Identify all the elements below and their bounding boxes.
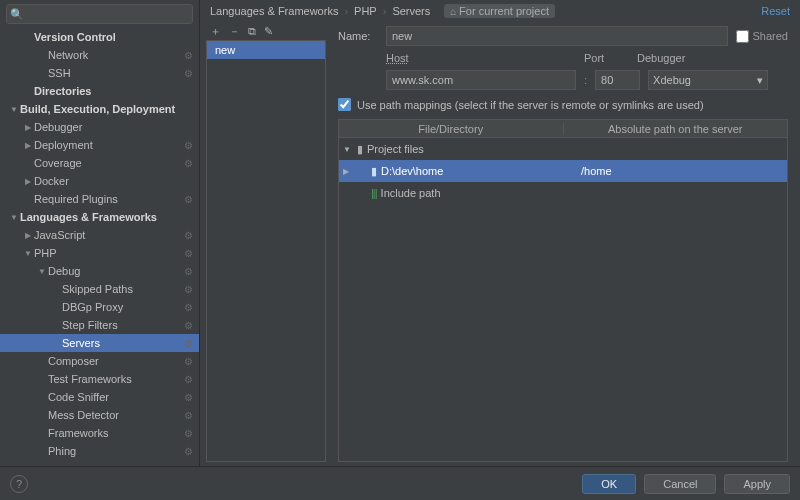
table-row[interactable]: |||Include path <box>339 182 787 204</box>
path-label: D:\dev\home <box>381 165 443 177</box>
tree-item-label: Directories <box>34 85 193 97</box>
tree-item[interactable]: ▶Docker <box>0 172 199 190</box>
col-file-directory[interactable]: File/Directory <box>339 123 564 135</box>
import-icon[interactable]: ✎ <box>264 25 273 38</box>
tree-item-label: JavaScript <box>34 229 184 241</box>
tree-item[interactable]: DBGp Proxy⚙ <box>0 298 199 316</box>
gear-icon: ⚙ <box>184 194 193 205</box>
gear-icon: ⚙ <box>184 356 193 367</box>
expand-arrow-icon: ▼ <box>8 213 20 222</box>
tree-item-label: Debug <box>48 265 184 277</box>
host-label: Host <box>386 52 576 64</box>
port-input[interactable] <box>595 70 640 90</box>
cancel-button[interactable]: Cancel <box>644 474 716 494</box>
tree-item-label: Test Frameworks <box>48 373 184 385</box>
tree-item[interactable]: ▶JavaScript⚙ <box>0 226 199 244</box>
tree-item[interactable]: ▼Debug⚙ <box>0 262 199 280</box>
use-mappings-checkbox[interactable]: Use path mappings (select if the server … <box>338 96 788 113</box>
debugger-label: Debugger <box>637 52 685 64</box>
gear-icon: ⚙ <box>184 50 193 61</box>
tree-item[interactable]: ▼Languages & Frameworks <box>0 208 199 226</box>
tree-item-label: Composer <box>48 355 184 367</box>
gear-icon: ⚙ <box>184 248 193 259</box>
path-label: Include path <box>381 187 441 199</box>
gear-icon: ⚙ <box>184 266 193 277</box>
tree-item[interactable]: ▶Debugger <box>0 118 199 136</box>
tree-item-label: Required Plugins <box>34 193 184 205</box>
gear-icon: ⚙ <box>184 446 193 457</box>
help-button[interactable]: ? <box>10 475 28 493</box>
gear-icon: ⚙ <box>184 338 193 349</box>
settings-tree[interactable]: Version ControlNetwork⚙SSH⚙Directories▼B… <box>0 28 199 466</box>
tree-item[interactable]: Test Frameworks⚙ <box>0 370 199 388</box>
tree-item-label: Docker <box>34 175 193 187</box>
expand-arrow-icon: ▼ <box>343 145 353 154</box>
tree-item[interactable]: ▶Deployment⚙ <box>0 136 199 154</box>
col-absolute-path[interactable]: Absolute path on the server <box>564 123 788 135</box>
debugger-select[interactable]: Xdebug ▾ <box>648 70 768 90</box>
expand-arrow-icon: ▼ <box>22 249 34 258</box>
expand-arrow-icon: ▼ <box>8 105 20 114</box>
expand-arrow-icon: ▶ <box>22 231 34 240</box>
crumb-php[interactable]: PHP <box>354 5 377 17</box>
host-input[interactable] <box>386 70 576 90</box>
ok-button[interactable]: OK <box>582 474 636 494</box>
remote-path[interactable]: /home <box>581 165 787 177</box>
tree-item[interactable]: Frameworks⚙ <box>0 424 199 442</box>
expand-arrow-icon: ▶ <box>22 123 34 132</box>
name-label: Name: <box>338 30 378 42</box>
tree-item[interactable]: ▼PHP⚙ <box>0 244 199 262</box>
tree-item[interactable]: Version Control <box>0 28 199 46</box>
gear-icon: ⚙ <box>184 284 193 295</box>
path-label: Project files <box>367 143 424 155</box>
port-label: Port <box>584 52 629 64</box>
tree-item-label: PHP <box>34 247 184 259</box>
add-icon[interactable]: ＋ <box>210 24 221 39</box>
reset-link[interactable]: Reset <box>761 5 790 17</box>
tree-item-label: Deployment <box>34 139 184 151</box>
copy-icon[interactable]: ⧉ <box>248 25 256 38</box>
tree-item[interactable]: ▼Build, Execution, Deployment <box>0 100 199 118</box>
name-input[interactable] <box>386 26 728 46</box>
tree-item[interactable]: Network⚙ <box>0 46 199 64</box>
tree-item-label: Frameworks <box>48 427 184 439</box>
tree-item[interactable]: Directories <box>0 82 199 100</box>
colon: : <box>584 74 587 86</box>
gear-icon: ⚙ <box>184 230 193 241</box>
remove-icon[interactable]: － <box>229 24 240 39</box>
chevron-right-icon: › <box>344 5 348 17</box>
table-row[interactable]: ▶▮D:\dev\home/home <box>339 160 787 182</box>
apply-button[interactable]: Apply <box>724 474 790 494</box>
tree-item-label: Version Control <box>34 31 193 43</box>
chevron-down-icon: ▾ <box>757 74 763 87</box>
search-input[interactable] <box>6 4 193 24</box>
tree-item[interactable]: Step Filters⚙ <box>0 316 199 334</box>
table-row[interactable]: ▼▮Project files <box>339 138 787 160</box>
folder-icon: ▮ <box>371 165 377 178</box>
shared-checkbox[interactable]: Shared <box>736 30 788 43</box>
breadcrumb: Languages & Frameworks › PHP › Servers ⌂… <box>200 0 800 22</box>
tree-item[interactable]: Mess Detector⚙ <box>0 406 199 424</box>
expand-arrow-icon: ▼ <box>36 267 48 276</box>
tree-item[interactable]: Coverage⚙ <box>0 154 199 172</box>
tree-item[interactable]: Phing⚙ <box>0 442 199 460</box>
server-item[interactable]: new <box>207 41 325 59</box>
tree-item[interactable]: Code Sniffer⚙ <box>0 388 199 406</box>
crumb-servers: Servers <box>392 5 430 17</box>
crumb-lf[interactable]: Languages & Frameworks <box>210 5 338 17</box>
gear-icon: ⚙ <box>184 302 193 313</box>
folder-icon: ▮ <box>357 143 363 156</box>
tree-item[interactable]: SSH⚙ <box>0 64 199 82</box>
tree-item[interactable]: Servers⚙ <box>0 334 199 352</box>
path-mappings-table: File/Directory Absolute path on the serv… <box>338 119 788 462</box>
tree-item-label: Debugger <box>34 121 193 133</box>
tree-item[interactable]: Skipped Paths⚙ <box>0 280 199 298</box>
expand-arrow-icon: ▶ <box>22 141 34 150</box>
server-list[interactable]: new <box>206 40 326 462</box>
gear-icon: ⚙ <box>184 140 193 151</box>
tree-item[interactable]: Composer⚙ <box>0 352 199 370</box>
gear-icon: ⚙ <box>184 410 193 421</box>
tree-item-label: Servers <box>62 337 184 349</box>
chevron-right-icon: › <box>383 5 387 17</box>
tree-item[interactable]: Required Plugins⚙ <box>0 190 199 208</box>
